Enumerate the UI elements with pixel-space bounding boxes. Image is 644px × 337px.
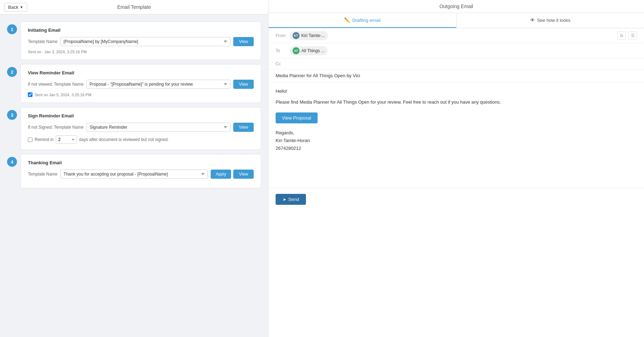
step-3-template-label: If not Signed: Template Name [28, 125, 84, 130]
email-to-field: To AT All Things ... [269, 43, 644, 59]
step-1-number: 1 [7, 24, 17, 34]
step-4-template-select[interactable]: Thank you for accepting our proposal - {… [60, 170, 208, 179]
step-3-remind-label: Remind in [35, 137, 54, 142]
to-label: To [276, 48, 290, 53]
email-content: From KT Kiri Tamte-... ⧉ ☰ To AT [269, 28, 644, 337]
tab-drafting[interactable]: ✏️ Drafting email [269, 13, 456, 28]
email-paragraph: Please find Media Planner for All Things… [276, 99, 637, 106]
to-chip: AT All Things ... [290, 46, 327, 55]
right-title: Outgoing Email [439, 4, 473, 9]
from-label: From [276, 33, 290, 38]
signature-phone: 2674280212 [276, 145, 637, 152]
step-4-view-button[interactable]: View [233, 170, 254, 179]
signature-name: Kiri Tamte-Horan [276, 137, 637, 145]
copy-icon-2[interactable]: ☰ [628, 31, 637, 40]
step-1-wrapper: 1 Initiating Email Template Name [Propos… [7, 22, 261, 60]
send-label: Send [288, 197, 299, 202]
step-3-wrapper: 3 Sign Reminder Email If not Signed: Tem… [7, 107, 261, 150]
tab-preview-label: See how it looks [537, 18, 571, 23]
step-4-number: 4 [7, 157, 17, 167]
email-tabs: ✏️ Drafting email 👁 See how it looks [269, 13, 644, 28]
to-name: All Things ... [301, 48, 325, 53]
view-proposal-button[interactable]: View Proposal [276, 112, 318, 123]
step-1-template-label: Template Name [28, 39, 58, 44]
from-avatar: KT [293, 32, 300, 39]
send-button[interactable]: ➤ Send [276, 194, 306, 205]
step-1-sent-info: Sent on : Jan 3, 2024, 3:25:16 PM [28, 50, 254, 54]
email-subject: Media Planner for All Things Open by Vic… [269, 69, 644, 82]
step-3-card: Sign Reminder Email If not Signed: Templ… [20, 107, 261, 150]
step-2-wrapper: 2 View Reminder Email If not viewed: Tem… [7, 64, 261, 103]
chevron-down-icon: ▼ [20, 5, 23, 9]
right-header: Outgoing Email [269, 0, 644, 13]
step-2-checkbox-label: Sent on Jan 5, 2024, 3:25:16 PM [35, 93, 91, 97]
cc-label: Cc [276, 61, 290, 66]
step-4-card: Thanking Email Template Name Thank you f… [20, 154, 261, 188]
tab-drafting-label: Drafting email [352, 18, 380, 23]
step-2-checkbox[interactable] [28, 92, 32, 97]
send-icon: ➤ [283, 197, 286, 202]
step-2-number: 2 [7, 67, 17, 77]
step-3-remind-suffix: days after document is reviewed but not … [79, 137, 169, 142]
tab-preview[interactable]: 👁 See how it looks [457, 13, 644, 28]
step-1-template-select[interactable]: [ProposalName] by [MyCompanyName] [60, 37, 230, 46]
email-greeting: Hello! [276, 88, 637, 95]
to-avatar: AT [293, 47, 300, 54]
step-2-template-label: If not viewed: Template Name [28, 82, 84, 87]
email-cc-field: Cc [269, 59, 644, 69]
step-2-card: View Reminder Email If not viewed: Templ… [20, 64, 261, 103]
from-chip: KT Kiri Tamte-... [290, 31, 328, 40]
email-body: Hello! Please find Media Planner for All… [269, 82, 644, 188]
email-from-field: From KT Kiri Tamte-... ⧉ ☰ [269, 28, 644, 43]
step-3-title: Sign Reminder Email [28, 113, 254, 118]
step-2-view-button[interactable]: View [233, 80, 254, 89]
from-name: Kiri Tamte-... [301, 33, 325, 38]
step-4-apply-button[interactable]: Apply [211, 170, 231, 179]
step-2-title: View Reminder Email [28, 70, 254, 75]
step-1-view-button[interactable]: View [233, 37, 254, 46]
preview-icon: 👁 [530, 17, 535, 23]
step-4-template-label: Template Name [28, 172, 58, 177]
back-button[interactable]: Back ▼ [4, 3, 27, 12]
copy-icon-1[interactable]: ⧉ [617, 31, 626, 40]
step-2-template-select[interactable]: Proposal - "[ProposalName]" is pending f… [86, 80, 230, 89]
back-label: Back [8, 5, 18, 10]
step-3-view-button[interactable]: View [233, 123, 254, 132]
drafting-icon: ✏️ [344, 17, 350, 23]
page-title: Email Template [117, 4, 151, 10]
step-3-number: 3 [7, 110, 17, 120]
step-4-title: Thanking Email [28, 160, 254, 165]
step-1-card: Initiating Email Template Name [Proposal… [20, 22, 261, 60]
step-3-remind-select[interactable]: 2 [56, 135, 77, 144]
step-3-checkbox[interactable] [28, 137, 32, 142]
send-row: ➤ Send [269, 188, 644, 210]
step-4-wrapper: 4 Thanking Email Template Name Thank you… [7, 154, 261, 188]
step-3-template-select[interactable]: Signature Reminder [86, 123, 230, 132]
step-1-title: Initiating Email [28, 27, 254, 33]
email-signature: Regards, Kiri Tamte-Horan 2674280212 [276, 129, 637, 152]
signature-regards: Regards, [276, 129, 637, 137]
